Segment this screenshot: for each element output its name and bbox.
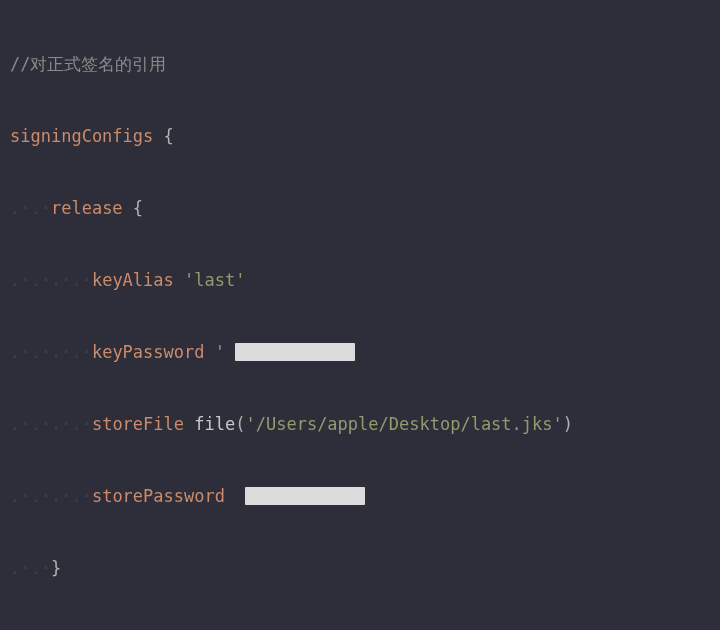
code-line: .·.·.·.·storeFile file('/Users/apple/Des… [0,412,720,436]
keyword: keyPassword [92,342,205,362]
indent: .·.· [10,198,51,218]
indent: .·.· [10,270,51,290]
comment: //对正式签名的引用 [10,54,166,74]
brace: { [123,198,143,218]
code-line: .·.·} [0,556,720,580]
indent: .·.· [10,342,51,362]
keyword: keyAlias [92,270,174,290]
keyword: storePassword [92,486,225,506]
redacted-block [235,343,355,361]
brace: } [51,558,61,578]
code-editor: //对正式签名的引用 signingConfigs { .·.·release … [0,0,720,630]
brace: { [153,126,173,146]
keyword: storeFile [92,414,184,434]
code-line: .·.·.·.·keyAlias 'last' [0,268,720,292]
keyword: release [51,198,123,218]
indent: .·.· [51,342,92,362]
indent: .·.· [10,558,51,578]
func-call: file [194,414,235,434]
paren: ) [563,414,573,434]
quote: ' [215,342,225,362]
indent: .·.· [51,414,92,434]
indent: .·.· [51,486,92,506]
code-line: //对正式签名的引用 [0,52,720,76]
code-line: .·.·.·.·keyPassword ' [0,340,720,364]
keyword: signingConfigs [10,126,153,146]
string: 'last' [184,270,245,290]
code-line: .·.·release { [0,196,720,220]
string: '/Users/apple/Desktop/last.jks' [245,414,562,434]
indent: .·.· [10,414,51,434]
code-line: .·.·.·.·storePassword [0,484,720,508]
code-line: signingConfigs { [0,124,720,148]
paren: ( [235,414,245,434]
indent: .·.· [10,486,51,506]
indent: .·.· [51,270,92,290]
redacted-block [245,487,365,505]
